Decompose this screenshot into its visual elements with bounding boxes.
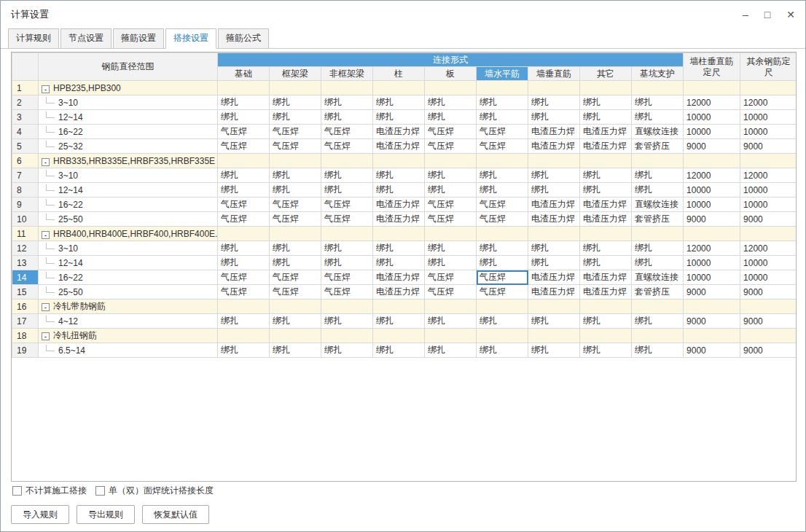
row-number[interactable]: 10 [12, 212, 39, 227]
connection-cell[interactable]: 绑扎 [528, 343, 580, 358]
row-number[interactable]: 15 [12, 285, 39, 300]
connection-cell[interactable]: 绑扎 [632, 168, 684, 183]
connection-cell[interactable]: 套管挤压 [632, 285, 684, 300]
connection-cell[interactable]: 气压焊 [425, 125, 477, 139]
connection-cell[interactable]: 套管挤压 [632, 139, 684, 154]
connection-cell[interactable]: 绑扎 [528, 241, 580, 256]
col-header-other[interactable]: 其它 [580, 67, 632, 81]
connection-cell[interactable]: 绑扎 [321, 110, 373, 125]
fixed-length-cell[interactable]: 10000 [740, 110, 797, 125]
connection-cell[interactable]: 绑扎 [270, 110, 321, 125]
fixed-length-cell[interactable]: 10000 [684, 197, 740, 212]
connection-cell[interactable]: 电渣压力焊 [373, 197, 425, 212]
tab-lap-settings[interactable]: 搭接设置 [165, 28, 216, 49]
row-number[interactable]: 1 [12, 81, 39, 95]
import-rules-button[interactable]: 导入规则 [11, 505, 69, 524]
connection-cell[interactable]: 绑扎 [580, 168, 632, 183]
connection-cell[interactable]: 电渣压力焊 [528, 285, 580, 300]
connection-cell[interactable]: 绑扎 [528, 256, 580, 270]
connection-cell[interactable]: 绑扎 [632, 95, 684, 110]
fixed-length-cell[interactable]: 9000 [684, 285, 740, 300]
fixed-length-cell[interactable]: 10000 [740, 125, 797, 139]
diameter-range-cell[interactable]: 12~14 [39, 110, 218, 125]
connection-cell[interactable]: 气压焊 [477, 212, 528, 227]
col-header-column[interactable]: 柱 [373, 67, 425, 81]
connection-cell[interactable]: 气压焊 [321, 125, 373, 139]
connection-cell[interactable]: 绑扎 [270, 183, 321, 197]
connection-cell[interactable]: 绑扎 [580, 241, 632, 256]
connection-cell[interactable]: 气压焊 [270, 212, 321, 227]
connection-cell[interactable]: 电渣压力焊 [373, 212, 425, 227]
fixed-length-cell[interactable]: 9000 [684, 343, 740, 358]
col-header-frame-beam[interactable]: 框架梁 [270, 67, 321, 81]
connection-cell[interactable]: 电渣压力焊 [580, 212, 632, 227]
diameter-range-cell[interactable]: 12~14 [39, 183, 218, 197]
checkbox-icon[interactable] [12, 486, 22, 496]
connection-cell[interactable]: 绑扎 [373, 183, 425, 197]
connection-cell[interactable]: 气压焊 [270, 285, 321, 300]
col-header-wall-vertical[interactable]: 墙垂直筋 [528, 67, 580, 81]
connection-cell[interactable]: 绑扎 [580, 183, 632, 197]
fixed-length-cell[interactable]: 9000 [740, 139, 797, 154]
fixed-length-cell[interactable]: 10000 [740, 256, 797, 270]
connection-cell[interactable]: 气压焊 [218, 125, 270, 139]
fixed-length-cell[interactable]: 10000 [684, 125, 740, 139]
connection-cell[interactable]: 绑扎 [321, 168, 373, 183]
fixed-length-cell[interactable]: 12000 [740, 95, 797, 110]
connection-cell[interactable]: 气压焊 [321, 197, 373, 212]
restore-defaults-button[interactable]: 恢复默认值 [142, 505, 209, 524]
connection-cell[interactable]: 绑扎 [321, 183, 373, 197]
group-label-cell[interactable]: -HRB335,HRB335E,HRBF335,HRBF335E [39, 154, 218, 168]
connection-cell[interactable]: 气压焊 [477, 125, 528, 139]
connection-cell[interactable]: 电渣压力焊 [528, 212, 580, 227]
connection-cell[interactable]: 绑扎 [218, 343, 270, 358]
diameter-range-cell[interactable]: 12~14 [39, 256, 218, 270]
row-number[interactable]: 19 [12, 343, 39, 358]
connection-cell[interactable]: 绑扎 [321, 241, 373, 256]
connection-cell[interactable]: 绑扎 [425, 343, 477, 358]
connection-cell[interactable]: 绑扎 [218, 168, 270, 183]
row-number[interactable]: 5 [12, 139, 39, 154]
tab-calculation-rules[interactable]: 计算规则 [8, 28, 59, 49]
row-number[interactable]: 13 [12, 256, 39, 270]
row-number[interactable]: 4 [12, 125, 39, 139]
connection-cell[interactable]: 绑扎 [632, 314, 684, 329]
connection-cell[interactable]: 电渣压力焊 [528, 270, 580, 285]
minimize-icon[interactable]: – [743, 9, 748, 20]
connection-cell[interactable]: 气压焊 [321, 212, 373, 227]
connection-cell[interactable]: 绑扎 [321, 95, 373, 110]
row-number[interactable]: 16 [12, 300, 39, 314]
connection-cell[interactable]: 绑扎 [218, 110, 270, 125]
row-number[interactable]: 7 [12, 168, 39, 183]
connection-cell[interactable]: 电渣压力焊 [580, 270, 632, 285]
no-construction-lap-option[interactable]: 不计算施工搭接 [12, 485, 87, 497]
connection-cell[interactable]: 绑扎 [477, 168, 528, 183]
diameter-range-cell[interactable]: 3~10 [39, 168, 218, 183]
connection-cell[interactable]: 电渣压力焊 [373, 125, 425, 139]
connection-cell[interactable]: 绑扎 [477, 241, 528, 256]
connection-cell[interactable]: 气压焊 [218, 212, 270, 227]
connection-cell[interactable]: 绑扎 [373, 343, 425, 358]
group-label-cell[interactable]: -冷轧扭钢筋 [39, 329, 218, 343]
connection-cell[interactable]: 绑扎 [373, 256, 425, 270]
connection-cell[interactable]: 绑扎 [218, 183, 270, 197]
connection-cell[interactable]: 绑扎 [580, 110, 632, 125]
connection-cell[interactable]: 绑扎 [425, 314, 477, 329]
fixed-length-cell[interactable]: 10000 [684, 110, 740, 125]
fixed-length-cell[interactable]: 12000 [740, 168, 797, 183]
connection-cell[interactable]: 电渣压力焊 [528, 125, 580, 139]
connection-cell[interactable]: 气压焊 [270, 270, 321, 285]
connection-cell[interactable]: 绑扎 [477, 343, 528, 358]
fixed-length-cell[interactable]: 12000 [740, 241, 797, 256]
connection-cell[interactable]: 绑扎 [425, 256, 477, 270]
connection-cell[interactable]: 气压焊 [218, 197, 270, 212]
connection-cell[interactable]: 绑扎 [218, 314, 270, 329]
connection-cell[interactable]: 直螺纹连接 [632, 125, 684, 139]
fixed-length-cell[interactable]: 9000 [740, 212, 797, 227]
col-header-pit-support[interactable]: 基坑支护 [632, 67, 684, 81]
connection-cell[interactable]: 绑扎 [580, 95, 632, 110]
connection-cell[interactable]: 电渣压力焊 [528, 197, 580, 212]
diameter-range-cell[interactable]: 16~22 [39, 270, 218, 285]
collapse-icon[interactable]: - [42, 158, 50, 166]
connection-cell[interactable]: 绑扎 [321, 256, 373, 270]
